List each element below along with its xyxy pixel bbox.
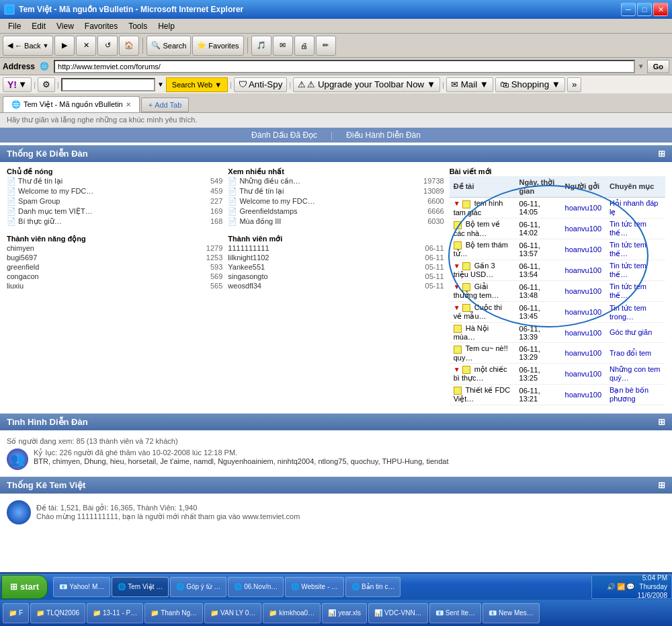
add-tab-button[interactable]: + Add Tab xyxy=(141,97,190,112)
sender-cell[interactable]: hoanvu100 xyxy=(561,384,605,405)
sender-cell[interactable]: hoanvu100 xyxy=(561,343,605,363)
sender-cell[interactable]: hoanvu100 xyxy=(561,260,605,281)
taskbar-item-website[interactable]: 🌐 Website - … xyxy=(285,577,344,597)
yahoo-logo-button[interactable]: Y! ▼ xyxy=(3,77,32,92)
category-cell[interactable]: Trao đổi tem xyxy=(605,343,665,363)
window-title: Tem Việt - Mã nguồn vBulletin - Microsof… xyxy=(19,5,243,14)
category-cell[interactable]: Góc thư giãn xyxy=(605,323,665,343)
topic-cell[interactable]: Bộ tem về các nhà… xyxy=(450,219,515,239)
topic-cell[interactable]: ▼ tem hình tam giác xyxy=(450,198,515,219)
close-button[interactable]: ✕ xyxy=(653,3,668,16)
topic-cell[interactable]: ▼ một chiếc bì thực… xyxy=(450,363,515,384)
antispy-button[interactable]: 🛡 Anti-Spy xyxy=(234,77,287,92)
taskbar-items-row1: 📧 Yahoo! M… 🌐 Tem Việt … 🌐 Góp ý từ … 🌐 … xyxy=(50,577,591,597)
tab-close-icon[interactable]: ✕ xyxy=(126,101,131,108)
active-tab[interactable]: 🌐 Tem Việt - Mã nguồn vBulletin ✕ xyxy=(3,96,140,112)
taskbar-item-sentite[interactable]: 📧 Sent Ite… xyxy=(429,603,481,623)
minimize-button[interactable]: ─ xyxy=(621,3,636,16)
edit-page-button[interactable]: ✏ xyxy=(316,36,336,56)
taskbar-item-yearxls[interactable]: 📊 year.xls xyxy=(322,603,367,623)
menu-favorites[interactable]: Favorites xyxy=(79,20,123,32)
list-item: weosdfl34 05-11 xyxy=(228,281,444,290)
topic-cell[interactable]: Bộ tem thám tử… xyxy=(450,239,515,260)
category-cell[interactable]: Tin tức tem thế… xyxy=(605,219,665,239)
menu-view[interactable]: View xyxy=(51,20,79,32)
start-button[interactable]: ⊞ start xyxy=(1,575,48,599)
mail-toolbar-button[interactable]: ✉ Mail ▼ xyxy=(446,77,493,92)
category-cell[interactable]: Tin tức tem thế… xyxy=(605,260,665,281)
taskbar-item-1311[interactable]: 📁 13-11 - P… xyxy=(87,603,143,623)
main-content[interactable]: Hãy thư giãn và lắng nghe những ca khúc … xyxy=(0,113,672,626)
sender-cell[interactable]: hoanvu100 xyxy=(561,302,605,323)
taskbar-item-yahoo[interactable]: 📧 Yahoo! M… xyxy=(53,577,110,597)
sender-cell[interactable]: hoanvu100 xyxy=(561,239,605,260)
sender-cell[interactable]: hoanvu100 xyxy=(561,281,605,302)
back-button[interactable]: ◀ ← Back ▼ xyxy=(3,36,53,56)
upgrade-toolbar-button[interactable]: ⚠ ⚠ Upgrade your Toolbar Now ▼ xyxy=(293,77,440,92)
category-cell[interactable]: Những con tem quý… xyxy=(605,363,665,384)
mark-read-link[interactable]: Đánh Dấu Đã Đọc xyxy=(251,130,317,140)
yahoo-search-web-button[interactable]: Search Web ▼ xyxy=(166,77,228,92)
manage-forum-link[interactable]: Điều Hành Diễn Đàn xyxy=(346,130,421,140)
go-button[interactable]: Go xyxy=(647,60,669,73)
taskbar-item-tlqn[interactable]: 📁 TLQN2006 xyxy=(30,603,85,623)
category-cell[interactable]: Tin tức tem thế… xyxy=(605,281,665,302)
taskbar-item-temviet[interactable]: 🌐 Tem Việt … xyxy=(112,577,169,597)
home-button[interactable]: 🏠 xyxy=(119,36,139,56)
list-item: lilknight1102 06-11 xyxy=(228,253,444,262)
yahoo-search-input[interactable] xyxy=(61,78,155,91)
sender-cell[interactable]: hoanvu100 xyxy=(561,363,605,384)
toolbar-separator xyxy=(142,38,143,54)
address-input[interactable] xyxy=(54,60,635,73)
mail-button[interactable]: ✉ xyxy=(273,36,293,56)
taskbar-item-kimkhoa[interactable]: 📁 kimkhoa0… xyxy=(263,603,321,623)
dropdown-arrow[interactable]: ▼ xyxy=(638,63,644,70)
forward-button[interactable]: ▶ xyxy=(54,36,75,56)
address-label: Address xyxy=(3,62,35,71)
taskbar-item-bantin[interactable]: 🌐 Bản tin c… xyxy=(345,577,401,597)
menu-help[interactable]: Help xyxy=(153,20,180,32)
tvnd-title: Thành viên năng động xyxy=(7,235,222,243)
menu-edit[interactable]: Edit xyxy=(26,20,51,32)
stats-section: Chủ đề nóng 📄 Thư đề tín lại 549 📄 Welco… xyxy=(0,162,672,411)
topic-cell[interactable]: ▼ Gần 3 triệu USD… xyxy=(450,260,515,281)
taskbar-item-vanly[interactable]: 📁 VAN LY 0… xyxy=(204,603,261,623)
shopping-button[interactable]: 🛍 Shopping ▼ xyxy=(495,77,565,92)
print-button[interactable]: 🖨 xyxy=(294,36,314,56)
sender-cell[interactable]: hoanvu100 xyxy=(561,198,605,219)
topic-cell[interactable]: Tem cu~ nè!! quy… xyxy=(450,343,515,363)
category-cell[interactable]: Hỏi nhanh đáp lẹ xyxy=(605,198,665,219)
refresh-button[interactable]: ↺ xyxy=(97,36,118,56)
topic-cell[interactable]: Thiết kế FDC Việt… xyxy=(450,384,515,405)
maximize-button[interactable]: □ xyxy=(637,3,652,16)
taskbar-item-f[interactable]: 📁 F xyxy=(3,603,29,623)
tlqn-icon: 📁 xyxy=(36,609,44,617)
category-cell[interactable]: Tin tức tem thế… xyxy=(605,239,665,260)
menu-tools[interactable]: Tools xyxy=(123,20,153,32)
category-cell[interactable]: Bạn bè bốn phương xyxy=(605,384,665,405)
taskbar-item-gopy[interactable]: 🌐 Góp ý từ … xyxy=(170,577,226,597)
topic-cell[interactable]: ▼ Giải thưởng tem… xyxy=(450,281,515,302)
stop-button[interactable]: ✕ xyxy=(76,36,96,56)
topic-cell[interactable]: ▼ Cuộc thi về mẫu… xyxy=(450,302,515,323)
topic-cell[interactable]: Hà Nội mùa… xyxy=(450,323,515,343)
menu-file[interactable]: File xyxy=(3,20,26,32)
topic-icon xyxy=(462,366,470,374)
search-button[interactable]: 🔍 Search xyxy=(146,36,191,56)
clock-day: Thursday xyxy=(638,582,668,591)
forum-header-nav: Đánh Dấu Đã Đọc | Điều Hành Diễn Đàn xyxy=(0,128,672,143)
more-toolbar-button[interactable]: » xyxy=(567,77,581,92)
taskbar-item-06nov[interactable]: 🌐 06.Nov/n… xyxy=(228,577,284,597)
taskbar-item-thanh[interactable]: 📁 Thanh Ng… xyxy=(144,603,203,623)
sender-cell[interactable]: hoanvu100 xyxy=(561,219,605,239)
yahoo-customize-button[interactable]: ⚙ xyxy=(38,77,55,92)
search-dropdown-icon[interactable]: ▼ xyxy=(157,81,164,88)
bantin-taskbar-label: Bản tin c… xyxy=(362,583,394,590)
taskbar-item-newmes[interactable]: 📧 New Mes… xyxy=(482,603,540,623)
sender-cell[interactable]: hoanvu100 xyxy=(561,323,605,343)
stats-title: Thống Kê Diễn Đàn xyxy=(7,149,88,159)
media-button[interactable]: 🎵 xyxy=(251,36,271,56)
favorites-button[interactable]: ⭐ Favorites xyxy=(192,36,243,56)
category-cell[interactable]: Tin tức tem trong… xyxy=(605,302,665,323)
taskbar-item-vdc[interactable]: 📊 VDC-VNN… xyxy=(368,603,428,623)
